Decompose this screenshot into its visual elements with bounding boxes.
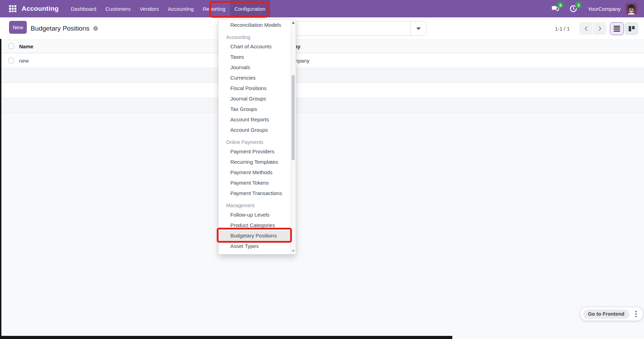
empty-row: [0, 83, 644, 98]
activities-badge: 2: [575, 2, 582, 8]
menu-item-account-groups[interactable]: Account Groups: [218, 125, 291, 135]
view-switcher: [610, 22, 638, 35]
scroll-up-icon[interactable]: [292, 22, 295, 24]
avatar[interactable]: [626, 3, 637, 15]
chevron-right-icon: [598, 26, 602, 31]
list-view-button[interactable]: [610, 22, 624, 35]
menu-item-tax-groups[interactable]: Tax Groups: [218, 104, 291, 114]
top-navbar: Accounting Dashboard Customers Vendors A…: [0, 0, 644, 17]
configuration-dropdown-menu: Reconciliation Models Accounting Chart o…: [218, 19, 296, 255]
nav-item-reporting[interactable]: Reporting: [198, 0, 230, 17]
empty-row: [0, 68, 644, 83]
go-to-frontend-button[interactable]: Go to Frontend: [583, 309, 629, 319]
scroll-down-icon[interactable]: [292, 250, 295, 252]
page-title: Budgetary Positions ⚙: [31, 17, 98, 40]
app-name[interactable]: Accounting: [22, 5, 59, 13]
search-dropdown-toggle[interactable]: [411, 22, 426, 35]
menu-item-fiscal-positions[interactable]: Fiscal Positions: [218, 83, 291, 94]
kebab-icon: [635, 311, 637, 312]
menu-item-journals[interactable]: Journals: [218, 62, 291, 73]
menu-item-budgetary-positions[interactable]: Budgetary Positions: [218, 231, 291, 241]
main-menu: Dashboard Customers Vendors Accounting R…: [66, 0, 270, 17]
menu-item-payment-tokens[interactable]: Payment Tokens: [218, 178, 291, 188]
activities-button[interactable]: 2: [569, 4, 578, 13]
nav-item-dashboard[interactable]: Dashboard: [66, 0, 101, 17]
menu-item-payment-providers[interactable]: Payment Providers: [218, 146, 291, 157]
pager: [579, 22, 606, 35]
kebab-menu-button[interactable]: [631, 309, 641, 319]
apps-grid-icon[interactable]: [9, 5, 16, 13]
menu-item-payment-transactions[interactable]: Payment Transactions: [218, 188, 291, 199]
empty-row: [0, 98, 644, 113]
menu-item-reconciliation-models[interactable]: Reconciliation Models: [218, 20, 291, 30]
menu-item-currencies[interactable]: Currencies: [218, 73, 291, 83]
budgetary-positions-list: Name Company new YourCompany: [0, 40, 644, 113]
kanban-view-icon: [629, 26, 635, 31]
table-row[interactable]: new YourCompany: [0, 53, 644, 68]
pager-previous-button[interactable]: [579, 22, 593, 35]
nav-item-accounting[interactable]: Accounting: [163, 0, 198, 17]
table-header-row: Name Company: [0, 40, 644, 53]
nav-item-customers[interactable]: Customers: [101, 0, 135, 17]
pager-value: 1-1 / 1: [555, 17, 570, 40]
menu-item-product-categories[interactable]: Product Categories: [218, 220, 291, 231]
menu-item-payment-methods[interactable]: Payment Methods: [218, 167, 291, 178]
pager-next-button[interactable]: [593, 22, 606, 35]
gear-icon[interactable]: ⚙: [93, 25, 98, 32]
menu-section-management: Management: [218, 201, 291, 210]
chevron-left-icon: [584, 26, 588, 31]
cell-name: new: [19, 53, 29, 68]
column-header-name[interactable]: Name: [19, 40, 33, 53]
list-view-icon: [614, 26, 620, 31]
menu-item-account-reports[interactable]: Account Reports: [218, 114, 291, 125]
menu-section-online-payments: Online Payments: [218, 138, 291, 146]
menu-item-follow-up-levels[interactable]: Follow-up Levels: [218, 210, 291, 220]
messages-badge: 6: [557, 2, 564, 8]
row-checkbox[interactable]: [8, 58, 14, 63]
menu-item-journal-groups[interactable]: Journal Groups: [218, 94, 291, 104]
kanban-view-button[interactable]: [625, 22, 638, 35]
control-panel: New Budgetary Positions ⚙ 1-1 / 1: [0, 17, 644, 40]
menu-item-chart-of-accounts[interactable]: Chart of Accounts: [218, 41, 291, 52]
select-all-checkbox[interactable]: [8, 43, 14, 49]
company-switcher[interactable]: YourCompany: [588, 6, 621, 12]
menu-item-taxes[interactable]: Taxes: [218, 52, 291, 62]
caret-down-icon: [416, 27, 421, 30]
new-button[interactable]: New: [9, 21, 27, 34]
screen-edge-left: [0, 39, 1, 339]
breadcrumb-title: Budgetary Positions: [31, 25, 89, 32]
messages-button[interactable]: 6: [551, 4, 560, 13]
menu-item-recurring-templates[interactable]: Recurring Templates: [218, 157, 291, 167]
menu-section-accounting: Accounting: [218, 33, 291, 41]
nav-item-configuration[interactable]: Configuration: [230, 0, 270, 17]
screen-edge-bottom: [0, 336, 452, 339]
dropdown-scrollbar[interactable]: [291, 19, 296, 254]
frontend-pill: Go to Frontend: [580, 307, 643, 321]
systray: 6 2 YourCompany: [551, 0, 644, 17]
nav-item-vendors[interactable]: Vendors: [135, 0, 163, 17]
scrollbar-thumb[interactable]: [292, 75, 295, 160]
menu-item-asset-types[interactable]: Asset Types: [218, 241, 291, 251]
